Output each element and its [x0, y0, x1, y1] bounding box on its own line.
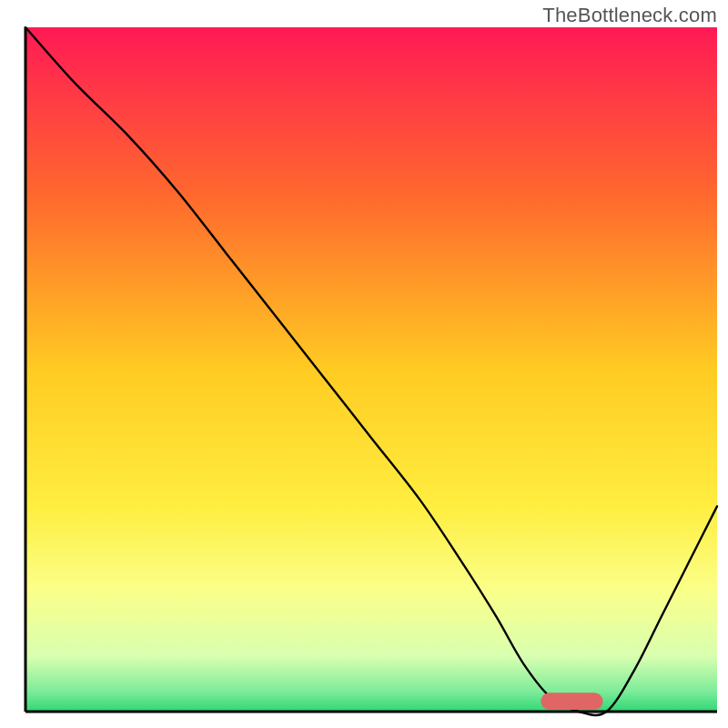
gradient-background	[25, 27, 717, 712]
watermark-label: TheBottleneck.com	[542, 4, 717, 27]
bottleneck-chart	[0, 0, 728, 728]
chart-container: TheBottleneck.com	[0, 0, 728, 728]
optimal-range-marker	[541, 693, 602, 710]
